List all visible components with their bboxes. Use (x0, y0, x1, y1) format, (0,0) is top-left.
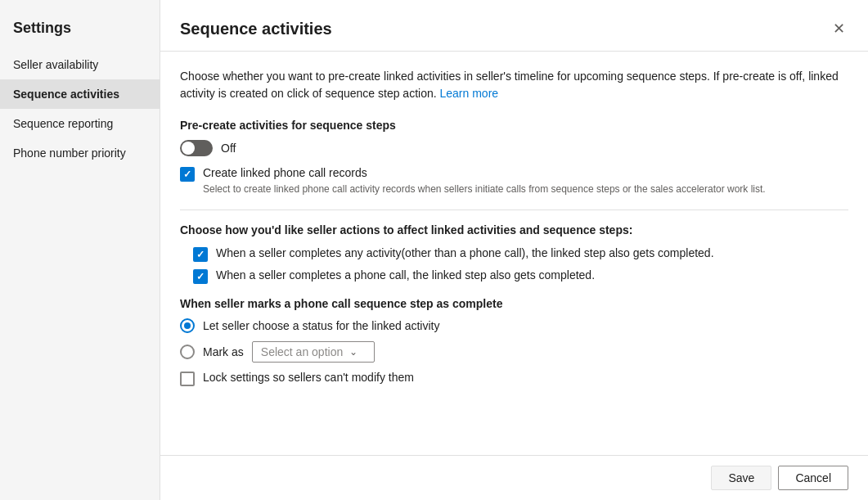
radio-mark-as[interactable] (180, 345, 195, 359)
cancel-button[interactable]: Cancel (778, 466, 848, 490)
sidebar-item-sequence-reporting[interactable]: Sequence reporting (0, 109, 160, 138)
main-content: Sequence activities ✕ Choose whether you… (160, 0, 868, 500)
learn-more-link[interactable]: Learn more (440, 87, 499, 100)
select-placeholder: Select an option (261, 345, 343, 358)
checkbox-linked-phone-content: Create linked phone call records Select … (203, 166, 766, 196)
dropdown-arrow-icon: ⌄ (349, 346, 358, 358)
mark-as-select[interactable]: Select an option ⌄ (252, 341, 375, 363)
checkbox-lock-row: Lock settings so sellers can't modify th… (180, 371, 848, 386)
toggle-row: Off (180, 140, 848, 156)
checkbox-lock-label: Lock settings so sellers can't modify th… (203, 371, 414, 384)
checkbox-phone-call[interactable]: ✓ (193, 269, 208, 284)
checkbox-activity-label: When a seller completes any activity(oth… (216, 246, 714, 259)
checkbox-activity-row: ✓ When a seller completes any activity(o… (193, 246, 848, 262)
close-button[interactable]: ✕ (830, 16, 848, 41)
checkbox-phone-call-label: When a seller completes a phone call, th… (216, 268, 595, 282)
sidebar-item-sequence-activities[interactable]: Sequence activities (0, 79, 160, 109)
checkbox-lock[interactable] (180, 372, 195, 386)
checkmark-icon-3: ✓ (196, 271, 205, 282)
dialog-header: Sequence activities ✕ (160, 0, 868, 52)
radio-let-seller-label: Let seller choose a status for the linke… (203, 319, 439, 332)
sidebar-item-seller-availability[interactable]: Seller availability (0, 50, 160, 79)
subsection-label: When seller marks a phone call sequence … (180, 297, 848, 310)
settings-modal: Settings Seller availability Sequence ac… (0, 0, 868, 500)
radio-mark-as-prefix: Mark as (203, 345, 244, 358)
checkmark-icon-2: ✓ (196, 249, 205, 260)
section-question: Choose how you'd like seller actions to … (180, 223, 848, 236)
checkbox-linked-phone-subtext: Select to create linked phone call activ… (203, 182, 766, 196)
dialog-title: Sequence activities (180, 20, 332, 38)
checkbox-linked-phone[interactable]: ✓ (180, 167, 195, 182)
sidebar-title: Settings (0, 13, 160, 50)
checkbox-activity[interactable]: ✓ (193, 247, 208, 262)
checkmark-icon: ✓ (183, 169, 191, 180)
radio-let-seller-row: Let seller choose a status for the linke… (180, 318, 848, 333)
dialog-footer: Save Cancel (160, 455, 868, 500)
sidebar-item-phone-number-priority[interactable]: Phone number priority (0, 138, 160, 168)
pre-create-label: Pre-create activities for sequence steps (180, 119, 848, 132)
dialog-body: Choose whether you want to pre-create li… (160, 52, 868, 455)
radio-mark-as-row: Mark as Select an option ⌄ (180, 341, 848, 363)
toggle-knob (182, 142, 195, 155)
radio-dot (184, 322, 191, 329)
sidebar: Settings Seller availability Sequence ac… (0, 0, 160, 500)
toggle-label: Off (221, 142, 236, 155)
save-button[interactable]: Save (711, 466, 771, 490)
pre-create-toggle[interactable] (180, 140, 213, 156)
checkbox-linked-phone-row: ✓ Create linked phone call records Selec… (180, 166, 848, 196)
checkbox-linked-phone-label: Create linked phone call records (203, 166, 766, 179)
divider (180, 209, 848, 210)
close-icon: ✕ (833, 20, 845, 38)
checkbox-phone-call-row: ✓ When a seller completes a phone call, … (193, 268, 848, 284)
description-text: Choose whether you want to pre-create li… (180, 68, 848, 102)
radio-let-seller[interactable] (180, 318, 195, 333)
